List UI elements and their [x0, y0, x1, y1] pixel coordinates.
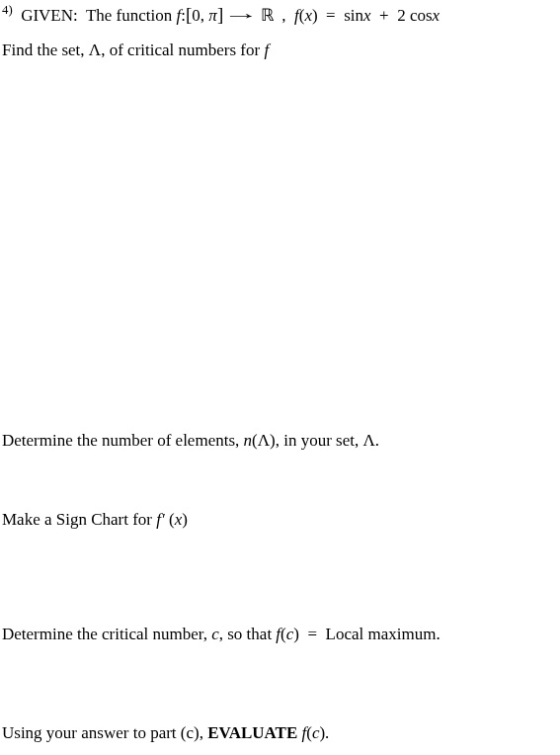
fx-close: )	[312, 6, 318, 25]
Lambda-2: Λ	[362, 431, 374, 450]
n-of-lambda-L: Λ	[258, 431, 270, 450]
fx-x: x	[304, 6, 312, 25]
codomain-R: ℝ	[261, 6, 274, 25]
eval-prefix1: Using your answer to part	[2, 723, 177, 742]
sign-chart-line: Make a Sign Chart for f′ (x)	[2, 508, 556, 532]
localmax-eq: =	[307, 625, 317, 643]
partn-mid: , in your set,	[276, 431, 360, 450]
problem-number-marker: 4)	[2, 3, 13, 17]
eval-part-c: c	[187, 723, 195, 742]
partn-prefix: Determine the number of elements,	[2, 431, 239, 450]
rhs-cos: cos	[410, 6, 433, 25]
local-max-line: Determine the critical number, c, so tha…	[2, 623, 556, 646]
partn-period: .	[375, 431, 379, 450]
separator-comma: ,	[281, 6, 285, 25]
rhs-x1: x	[363, 6, 371, 25]
problem-page: 4) GIVEN: The function f:[0, π] → ℝ , f(…	[0, 0, 560, 749]
find-set-line: Find the set, Λ, of critical numbers for…	[2, 39, 556, 62]
given-label: GIVEN:	[21, 6, 78, 25]
sign-prefix: Make a Sign Chart for	[2, 510, 152, 529]
fprime-close: )	[182, 510, 188, 529]
localmax-c: c	[211, 625, 219, 643]
fprime-prime: ′	[161, 510, 165, 529]
rhs-x2: x	[433, 6, 440, 25]
eval-comma: ,	[200, 723, 203, 742]
n-of-lambda-n: n	[244, 431, 253, 450]
n-elements-line: Determine the number of elements, n(Λ), …	[2, 429, 556, 453]
evaluate-line: Using your answer to part (c), EVALUATE …	[2, 721, 556, 745]
eval-period: .	[325, 723, 329, 742]
find-f: f	[264, 41, 269, 59]
domain-comma: ,	[200, 6, 204, 25]
eval-bold: EVALUATE	[207, 723, 297, 742]
arrow-icon: →	[223, 4, 260, 28]
fc-close: )	[293, 625, 299, 643]
rhs-plus: +	[379, 6, 389, 25]
localmax-prefix: Determine the critical number,	[2, 625, 207, 643]
domain-b: π	[208, 6, 217, 25]
localmax-mid: , so that	[219, 625, 272, 643]
find-mid: , of critical numbers for	[101, 41, 260, 59]
rhs-sin: sin	[344, 6, 363, 25]
localmax-period: .	[436, 625, 440, 643]
localmax-rhs: Local maximum	[326, 625, 437, 643]
find-prefix: Find the set,	[2, 41, 85, 59]
rhs-two: 2	[397, 6, 406, 25]
domain-a: 0	[192, 6, 200, 25]
Lambda-1: Λ	[89, 41, 101, 59]
eq-1: =	[326, 6, 336, 25]
given-line: 4) GIVEN: The function f:[0, π] → ℝ , f(…	[2, 2, 556, 29]
given-function-prefix: The function	[86, 6, 172, 25]
